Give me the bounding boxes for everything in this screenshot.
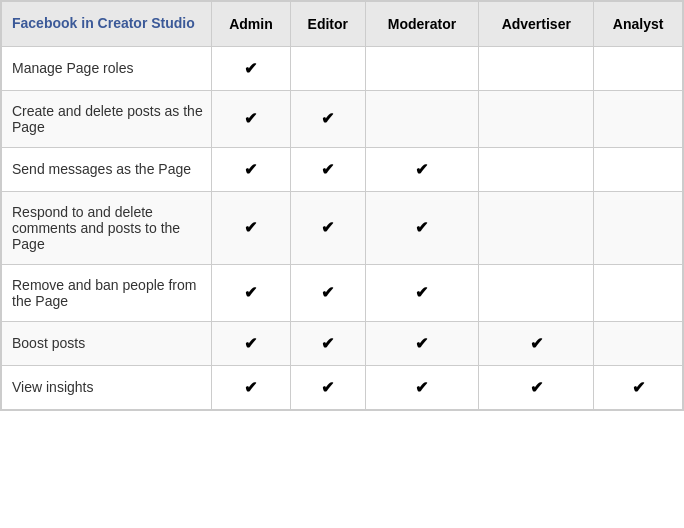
checkmark-icon: ✔ (321, 335, 334, 352)
checkmark-icon: ✔ (244, 110, 257, 127)
moderator-cell (365, 90, 479, 147)
advertiser-cell (479, 264, 594, 321)
checkmark-icon: ✔ (244, 379, 257, 396)
permissions-table-wrapper: Facebook in Creator Studio Admin Editor … (0, 0, 684, 411)
moderator-cell: ✔ (365, 191, 479, 264)
checkmark-icon: ✔ (415, 379, 428, 396)
analyst-cell (594, 46, 683, 90)
checkmark-icon: ✔ (415, 161, 428, 178)
editor-cell: ✔ (290, 264, 365, 321)
checkmark-icon: ✔ (244, 60, 257, 77)
feature-cell: Send messages as the Page (2, 147, 212, 191)
table-row: View insights✔✔✔✔✔ (2, 365, 683, 409)
analyst-cell (594, 321, 683, 365)
checkmark-icon: ✔ (415, 219, 428, 236)
table-title: Facebook in Creator Studio (12, 15, 195, 31)
feature-column-header: Facebook in Creator Studio (2, 2, 212, 47)
table-row: Create and delete posts as the Page✔✔ (2, 90, 683, 147)
analyst-cell: ✔ (594, 365, 683, 409)
moderator-cell (365, 46, 479, 90)
feature-cell: Boost posts (2, 321, 212, 365)
table-header-row: Facebook in Creator Studio Admin Editor … (2, 2, 683, 47)
advertiser-cell (479, 191, 594, 264)
admin-cell: ✔ (212, 191, 291, 264)
advertiser-cell (479, 147, 594, 191)
editor-cell: ✔ (290, 90, 365, 147)
analyst-cell (594, 147, 683, 191)
admin-column-header: Admin (212, 2, 291, 47)
admin-cell: ✔ (212, 321, 291, 365)
editor-cell: ✔ (290, 191, 365, 264)
editor-cell: ✔ (290, 321, 365, 365)
moderator-cell: ✔ (365, 321, 479, 365)
admin-cell: ✔ (212, 365, 291, 409)
editor-cell: ✔ (290, 147, 365, 191)
checkmark-icon: ✔ (244, 219, 257, 236)
editor-cell: ✔ (290, 365, 365, 409)
feature-cell: Manage Page roles (2, 46, 212, 90)
table-row: Manage Page roles✔ (2, 46, 683, 90)
checkmark-icon: ✔ (244, 284, 257, 301)
checkmark-icon: ✔ (415, 284, 428, 301)
admin-cell: ✔ (212, 46, 291, 90)
checkmark-icon: ✔ (530, 379, 543, 396)
table-row: Send messages as the Page✔✔✔ (2, 147, 683, 191)
admin-cell: ✔ (212, 90, 291, 147)
advertiser-cell (479, 90, 594, 147)
checkmark-icon: ✔ (321, 219, 334, 236)
checkmark-icon: ✔ (632, 379, 645, 396)
moderator-cell: ✔ (365, 264, 479, 321)
editor-column-header: Editor (290, 2, 365, 47)
feature-cell: View insights (2, 365, 212, 409)
advertiser-cell (479, 46, 594, 90)
checkmark-icon: ✔ (321, 284, 334, 301)
advertiser-cell: ✔ (479, 365, 594, 409)
feature-cell: Respond to and delete comments and posts… (2, 191, 212, 264)
table-row: Remove and ban people from the Page✔✔✔ (2, 264, 683, 321)
checkmark-icon: ✔ (415, 335, 428, 352)
feature-cell: Remove and ban people from the Page (2, 264, 212, 321)
checkmark-icon: ✔ (321, 161, 334, 178)
admin-cell: ✔ (212, 147, 291, 191)
checkmark-icon: ✔ (321, 379, 334, 396)
analyst-cell (594, 264, 683, 321)
checkmark-icon: ✔ (244, 335, 257, 352)
moderator-column-header: Moderator (365, 2, 479, 47)
analyst-cell (594, 191, 683, 264)
analyst-column-header: Analyst (594, 2, 683, 47)
checkmark-icon: ✔ (321, 110, 334, 127)
permissions-table: Facebook in Creator Studio Admin Editor … (1, 1, 683, 410)
advertiser-column-header: Advertiser (479, 2, 594, 47)
admin-cell: ✔ (212, 264, 291, 321)
table-row: Boost posts✔✔✔✔ (2, 321, 683, 365)
editor-cell (290, 46, 365, 90)
checkmark-icon: ✔ (530, 335, 543, 352)
table-row: Respond to and delete comments and posts… (2, 191, 683, 264)
moderator-cell: ✔ (365, 365, 479, 409)
checkmark-icon: ✔ (244, 161, 257, 178)
feature-cell: Create and delete posts as the Page (2, 90, 212, 147)
advertiser-cell: ✔ (479, 321, 594, 365)
analyst-cell (594, 90, 683, 147)
moderator-cell: ✔ (365, 147, 479, 191)
